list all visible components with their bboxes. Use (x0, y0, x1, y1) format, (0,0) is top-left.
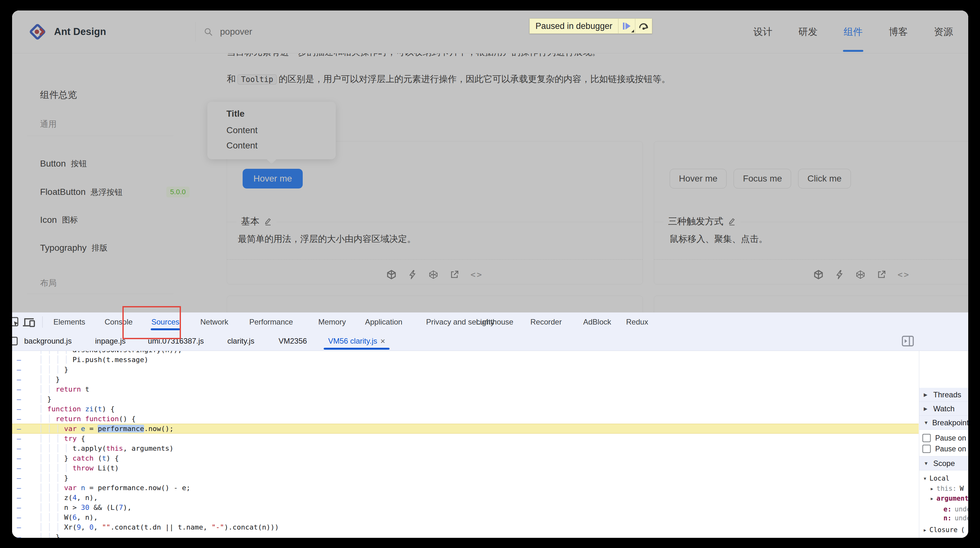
breakpoint-gutter[interactable]: – (12, 405, 27, 413)
indent-guides: │ │ │ (39, 454, 64, 462)
device-toolbar-icon[interactable] (22, 316, 36, 328)
code-token: } (48, 395, 51, 403)
devtools-tab-redux[interactable]: Redux (626, 313, 648, 331)
checkbox-unchecked[interactable] (923, 434, 931, 442)
file-tab-5[interactable]: VM2356 (278, 332, 307, 350)
code-line[interactable]: –│ │ │ z(4, n), (12, 493, 919, 502)
pause-option-label: Pause on uncaught exceptions (935, 434, 968, 442)
code-line[interactable]: –│ function zi(t) { (12, 404, 919, 414)
code-line[interactable]: –│ │ │ } catch (t) { (12, 453, 919, 463)
source-code-editor[interactable]: –│ │ │ │ a.send(JSON.stringify(n)),–│ │ … (12, 351, 919, 538)
code-line[interactable]: –│ │ │ var e = performance.now(); (12, 424, 919, 434)
chevron-right-icon: ▶ (931, 496, 936, 501)
file-tab-2[interactable]: inpage.js (95, 332, 126, 350)
code-line[interactable]: –│ } (12, 394, 919, 404)
breakpoint-gutter[interactable]: – (12, 533, 27, 538)
breakpoint-gutter[interactable]: – (12, 365, 27, 373)
pause-option-label: Pause on caught exceptions (935, 445, 968, 453)
section-header-threads[interactable]: ▶Threads (919, 388, 968, 402)
close-tab-icon[interactable]: × (380, 337, 385, 345)
code-line[interactable]: –│ │ } (12, 375, 919, 384)
step-over-button[interactable] (635, 19, 652, 33)
scope-row-n[interactable]: n:undefined (938, 513, 968, 523)
toggle-debugger-sidebar-icon[interactable] (902, 336, 914, 346)
breakpoint-gutter[interactable]: – (12, 395, 27, 403)
breakpoint-gutter[interactable]: – (12, 454, 27, 462)
code-token: , (94, 523, 102, 531)
code-line[interactable]: –│ │ │ try { (12, 434, 919, 443)
code-token: ), (123, 504, 132, 511)
checkbox-unchecked[interactable] (923, 445, 931, 453)
devtools-tab-performance[interactable]: Performance (249, 313, 293, 331)
code-line[interactable]: –│ │ │ │ throw Li(t) (12, 463, 919, 473)
indent-guides: │ (39, 395, 48, 403)
code-line[interactable]: –│ │ } (12, 532, 919, 538)
section-header-watch[interactable]: ▶Watch (919, 402, 968, 416)
scope-row-closure[interactable]: ▶Closure( (924, 525, 965, 535)
breakpoint-gutter[interactable]: – (12, 464, 27, 472)
code-line[interactable]: –│ │ │ var n = performance.now() - e; (12, 483, 919, 493)
pause-option-1[interactable]: Pause on uncaught exceptions (923, 433, 968, 443)
resume-script-button[interactable] (619, 19, 635, 33)
indent-guides: │ │ │ (39, 365, 64, 373)
breakpoint-gutter[interactable]: – (12, 425, 27, 433)
breakpoint-gutter[interactable]: – (12, 474, 27, 482)
code-line[interactable]: –│ │ │ } (12, 365, 919, 375)
scope-row-closure[interactable]: ▶Closure (924, 536, 958, 538)
code-token: , n), (76, 513, 98, 521)
file-tab-bar: background.jsinpage.jsumi.07316387.jscla… (12, 332, 968, 351)
paused-in-debugger-toast: Paused in debugger (530, 18, 652, 34)
section-header-scope[interactable]: ▼Scope (919, 456, 968, 470)
pause-option-2[interactable]: Pause on caught exceptions (923, 444, 968, 454)
devtools-tab-recorder[interactable]: Recorder (530, 313, 562, 331)
section-header-breakpoints[interactable]: ▼Breakpoints (919, 416, 968, 430)
breakpoint-gutter[interactable]: – (12, 494, 27, 502)
code-line[interactable]: –│ │ return function() { (12, 414, 919, 424)
devtools-tab-elements[interactable]: Elements (53, 313, 85, 331)
breakpoint-gutter[interactable]: – (12, 356, 27, 364)
breakpoint-gutter[interactable]: – (12, 484, 27, 492)
breakpoint-gutter[interactable]: – (12, 351, 27, 354)
devtools-tab-bar: ElementsConsoleSourcesNetworkPerformance… (12, 313, 968, 332)
devtools-tab-memory[interactable]: Memory (318, 313, 346, 331)
breakpoint-gutter[interactable]: – (12, 435, 27, 442)
file-tab-3[interactable]: umi.07316387.js (148, 332, 204, 350)
devtools-tab-application[interactable]: Application (365, 313, 402, 331)
code-token: , arguments) (123, 445, 173, 452)
code-line[interactable]: –│ │ │ │ Pi.push(t.message) (12, 355, 919, 365)
code-line[interactable]: –│ │ │ } (12, 473, 919, 483)
code-token: Xr( (64, 523, 76, 531)
code-text: │ │ │ } (39, 365, 68, 373)
navigator-panel-icon[interactable] (12, 337, 18, 346)
file-tab-4[interactable]: clarity.js (228, 332, 255, 350)
devtools-tab-sources[interactable]: Sources (151, 313, 179, 331)
code-token: } (56, 375, 60, 383)
breakpoint-gutter[interactable]: – (12, 523, 27, 531)
breakpoint-gutter[interactable]: – (12, 385, 27, 393)
code-line[interactable]: –│ │ │ │ t.apply(this, arguments) (12, 443, 919, 453)
code-line[interactable]: –│ │ │ Xr(9, 0, "".concat(t.dn || t.name… (12, 522, 919, 532)
devtools-tab-network[interactable]: Network (200, 313, 228, 331)
devtools-tab-lighthouse[interactable]: Lighthouse (476, 313, 513, 331)
inspect-element-icon[interactable] (12, 317, 20, 328)
file-tab-6[interactable]: VM56 clarity.js× (328, 332, 385, 350)
code-line[interactable]: –│ │ │ n > 30 && (L(7), (12, 502, 919, 512)
section-label: Watch (933, 404, 955, 413)
breakpoint-gutter[interactable]: – (12, 513, 27, 521)
breakpoint-gutter[interactable]: – (12, 415, 27, 423)
breakpoint-gutter[interactable]: – (12, 375, 27, 383)
breakpoint-gutter[interactable]: – (12, 445, 27, 452)
scope-row-local[interactable]: ▼Local (924, 473, 950, 483)
file-tab-1[interactable]: background.js (24, 332, 72, 350)
breakpoint-gutter[interactable]: – (12, 504, 27, 511)
scope-row-this[interactable]: ▶this:W (931, 483, 964, 494)
code-token: "" (102, 523, 111, 531)
code-line[interactable]: –│ │ │ W(6, n), (12, 512, 919, 522)
indent-guides: │ │ │ (39, 425, 64, 433)
code-line[interactable]: –│ │ │ │ a.send(JSON.stringify(n)), (12, 351, 919, 355)
devtools-tab-adblock[interactable]: AdBlock (583, 313, 611, 331)
scope-row-arguments[interactable]: ▶arguments (931, 493, 968, 504)
devtools-tab-console[interactable]: Console (105, 313, 133, 331)
code-text: │ │ │ W(6, n), (39, 513, 98, 521)
code-line[interactable]: –│ │ return t (12, 384, 919, 394)
